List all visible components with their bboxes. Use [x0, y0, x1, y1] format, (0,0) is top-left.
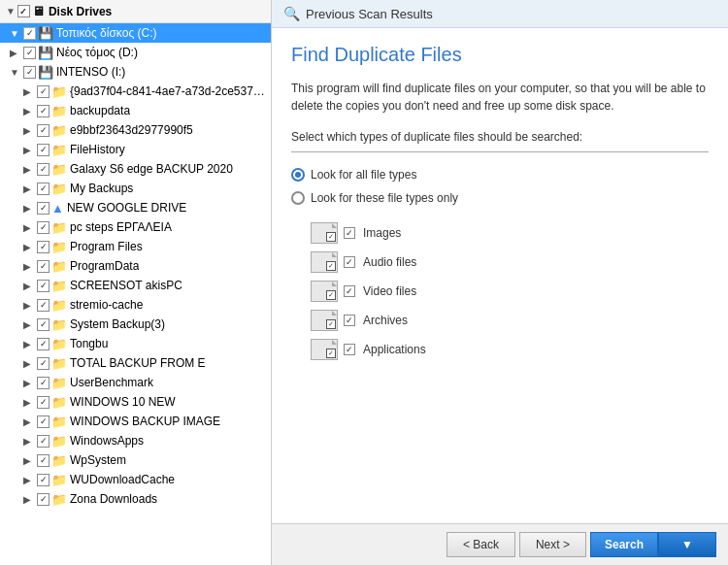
applications-checkbox[interactable] [344, 344, 355, 355]
folder-icon: 📁 [51, 376, 67, 390]
hdd-icon: 🖥 [32, 4, 45, 18]
tree-item[interactable]: ▶ 📁 System Backup(3) [0, 315, 271, 334]
file-type-label-applications: Applications [363, 343, 426, 356]
tree-item[interactable]: ▶ 📁 WUDownloadCache [0, 470, 271, 489]
tree-item[interactable]: ▶ 📁 Zona Downloads [0, 489, 271, 509]
item-label: Tongbu [70, 337, 108, 350]
root-label: Disk Drives [49, 5, 112, 18]
item-checkbox[interactable] [37, 299, 50, 312]
tree-item[interactable]: ▶ 📁 TOTAL BACKUP FROM E [0, 353, 271, 373]
item-checkbox[interactable] [37, 280, 50, 292]
item-checkbox[interactable] [37, 105, 50, 117]
back-button[interactable]: < Back [447, 532, 515, 557]
search-button[interactable]: Search [590, 532, 658, 557]
item-checkbox[interactable] [37, 415, 50, 428]
folder-icon: 📁 [51, 162, 67, 177]
folder-icon: 📁 [51, 279, 67, 293]
tree-item[interactable]: ▶ ▲ NEW GOOGLE DRIVE [0, 198, 271, 217]
item-checkbox[interactable] [37, 163, 50, 176]
file-checkbox-applications[interactable] [326, 349, 336, 358]
item-checkbox[interactable] [37, 221, 50, 234]
tree-item[interactable]: ▼ 💾 INTENSO (I:) [0, 62, 271, 82]
tree-item[interactable]: ▶ 📁 WINDOWS 10 NEW [0, 392, 271, 412]
item-checkbox[interactable] [37, 124, 50, 137]
file-type-video[interactable]: Video files [311, 281, 709, 302]
folder-icon: 📁 [51, 84, 67, 99]
tree-item[interactable]: ▶ 📁 WpSystem [0, 450, 271, 470]
radio-label-all-types: Look for all file types [311, 168, 416, 182]
arrow-icon: ▶ [23, 86, 37, 97]
tree-item[interactable]: ▶ 📁 Tongbu [0, 334, 271, 353]
tree-item[interactable]: ▶ 📁 backupdata [0, 101, 271, 120]
folder-icon: 📁 [51, 415, 67, 429]
archives-checkbox[interactable] [344, 315, 355, 326]
item-checkbox[interactable] [23, 27, 36, 40]
item-checkbox[interactable] [37, 202, 50, 215]
tree-item[interactable]: ▶ 📁 Program Files [0, 237, 271, 256]
item-label: WUDownloadCache [70, 473, 175, 486]
tree-item[interactable]: ▶ 📁 UserBenchmark [0, 373, 271, 392]
file-checkbox-archives[interactable] [326, 319, 336, 329]
folder-icon: 📁 [51, 123, 67, 138]
main-container: ▼ 🖥 Disk Drives ▼ 💾 Τοπικός δίσκος (C:) … [0, 0, 728, 565]
radio-all-types[interactable]: Look for all file types [291, 168, 709, 182]
item-checkbox[interactable] [37, 474, 50, 486]
tree-item[interactable]: ▶ 📁 SCREENSOT akisPC [0, 276, 271, 295]
arrow-icon: ▶ [23, 106, 37, 116]
tree-item[interactable]: ▶ 📁 My Backups [0, 179, 271, 198]
file-type-archives[interactable]: Archives [311, 310, 709, 331]
file-checkbox-images[interactable] [326, 232, 336, 242]
item-checkbox[interactable] [37, 183, 50, 195]
arrow-icon: ▶ [23, 261, 37, 272]
arrow-icon: ▶ [23, 164, 37, 175]
file-checkbox-video[interactable] [326, 290, 336, 300]
radio-specific-types[interactable]: Look for these file types only [291, 191, 709, 205]
item-checkbox[interactable] [37, 85, 50, 98]
tree-item[interactable]: ▶ 💾 Νέος τόμος (D:) [0, 43, 271, 62]
item-checkbox[interactable] [37, 260, 50, 273]
arrow-icon: ▶ [23, 145, 37, 155]
item-checkbox[interactable] [37, 318, 50, 331]
item-checkbox[interactable] [37, 357, 50, 370]
item-checkbox[interactable] [23, 47, 36, 59]
item-checkbox[interactable] [37, 241, 50, 253]
file-type-applications[interactable]: Applications [311, 339, 709, 360]
item-checkbox[interactable] [37, 144, 50, 156]
item-checkbox[interactable] [37, 377, 50, 389]
tree-item[interactable]: ▶ 📁 WINDOWS BACKUP IMAGE [0, 412, 271, 431]
audio-checkbox[interactable] [344, 256, 355, 268]
next-button[interactable]: Next > [519, 532, 586, 557]
tree-item[interactable]: ▶ 📁 ProgramData [0, 256, 271, 276]
tree-item[interactable]: ▶ 📁 stremio-cache [0, 295, 271, 315]
item-checkbox[interactable] [37, 338, 50, 350]
tree-item[interactable]: ▶ 📁 pc steps ΕΡΓΑΛΕΙΑ [0, 217, 271, 237]
file-type-images[interactable]: Images [311, 222, 709, 244]
item-checkbox[interactable] [37, 454, 50, 467]
radio-button-specific-types[interactable] [291, 191, 305, 205]
folder-icon: 📁 [51, 395, 67, 410]
file-type-label-archives: Archives [363, 314, 408, 327]
tree-item[interactable]: ▶ 📁 FileHistory [0, 140, 271, 159]
tree-item[interactable]: ▶ 📁 Galaxy S6 edge BACKUP 2020 [0, 159, 271, 179]
item-label: e9bbf23643d2977990f5 [70, 123, 193, 137]
tree-item[interactable]: ▶ 📁 {9ad37f04-c841-4ae7-a73d-2ce53726... [0, 82, 271, 101]
radio-button-all-types[interactable] [291, 168, 305, 182]
images-checkbox[interactable] [344, 227, 355, 239]
file-checkbox-audio[interactable] [326, 261, 336, 271]
video-checkbox[interactable] [344, 285, 355, 297]
item-checkbox[interactable] [37, 435, 50, 448]
divider [291, 151, 709, 152]
tree-item[interactable]: ▶ 📁 e9bbf23643d2977990f5 [0, 120, 271, 140]
tree-item[interactable]: ▼ 💾 Τοπικός δίσκος (C:) [0, 23, 271, 43]
root-checkbox[interactable] [17, 5, 30, 17]
file-type-audio[interactable]: Audio files [311, 251, 709, 273]
item-checkbox[interactable] [37, 493, 50, 506]
item-label: Νέος τόμος (D:) [56, 46, 138, 59]
tree-item[interactable]: ▶ 📁 WindowsApps [0, 431, 271, 450]
item-label: Τοπικός δίσκος (C:) [56, 26, 157, 40]
search-dropdown-button[interactable]: ▼ [658, 532, 716, 557]
file-type-icon-images [311, 222, 338, 244]
item-checkbox[interactable] [23, 66, 36, 79]
item-checkbox[interactable] [37, 396, 50, 409]
folder-icon: 📁 [51, 492, 67, 507]
